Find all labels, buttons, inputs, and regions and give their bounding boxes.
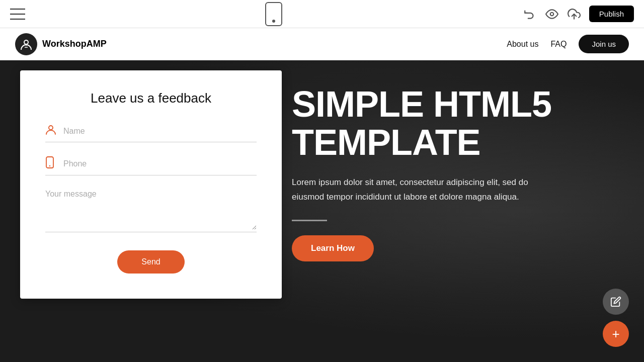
phone-input[interactable] <box>63 159 257 168</box>
name-input[interactable] <box>63 127 257 136</box>
hamburger-menu-icon[interactable] <box>10 9 25 20</box>
name-field-row <box>45 124 257 142</box>
phone-preview-button[interactable] <box>265 2 282 26</box>
svg-point-0 <box>550 12 554 16</box>
svg-point-3 <box>25 41 28 44</box>
hero-divider <box>292 220 327 221</box>
svg-point-6 <box>49 126 53 130</box>
preview-eye-icon[interactable] <box>545 7 559 21</box>
logo-avatar-icon <box>15 33 37 55</box>
hero-description: Lorem ipsum dolor sit amet, consectetur … <box>292 175 553 205</box>
message-field-row <box>45 190 257 232</box>
phone-field-row <box>45 156 257 175</box>
learn-how-button[interactable]: Learn How <box>292 235 374 261</box>
hero-heading-line2: TEMPLATE <box>292 122 480 162</box>
nav-faq[interactable]: FAQ <box>550 40 567 49</box>
join-us-button[interactable]: Join us <box>579 35 629 53</box>
send-button[interactable]: Send <box>117 250 184 274</box>
nav-about-us[interactable]: About us <box>507 40 538 49</box>
editor-toolbar: Publish <box>0 0 644 28</box>
site-logo-text: WorkshopAMP <box>42 39 107 49</box>
undo-icon[interactable] <box>523 7 537 21</box>
main-content-area: Leave us a feedback Send <box>0 60 644 362</box>
site-navbar: WorkshopAMP About us FAQ Join us <box>0 28 644 60</box>
feedback-form-panel: Leave us a feedback Send <box>20 70 282 299</box>
svg-point-8 <box>49 165 50 166</box>
fab-container: + <box>603 289 629 347</box>
hero-heading-line1: SIMPLE HTML5 <box>292 84 551 124</box>
message-textarea[interactable] <box>45 190 257 230</box>
fab-plus-button[interactable]: + <box>603 321 629 347</box>
site-logo: WorkshopAMP <box>15 33 107 55</box>
publish-button[interactable]: Publish <box>589 6 634 22</box>
feedback-form-title: Leave us a feedback <box>45 90 257 106</box>
toolbar-right: Publish <box>523 6 634 22</box>
site-nav-links: About us FAQ Join us <box>507 35 629 53</box>
fab-pencil-button[interactable] <box>603 289 629 315</box>
upload-icon[interactable] <box>567 7 581 21</box>
hero-text-block: SIMPLE HTML5 TEMPLATE Lorem ipsum dolor … <box>292 85 624 261</box>
phone-field-icon <box>45 156 57 171</box>
hero-heading: SIMPLE HTML5 TEMPLATE <box>292 85 624 161</box>
toolbar-left <box>10 9 25 20</box>
user-icon <box>45 124 57 138</box>
toolbar-center <box>265 2 282 26</box>
